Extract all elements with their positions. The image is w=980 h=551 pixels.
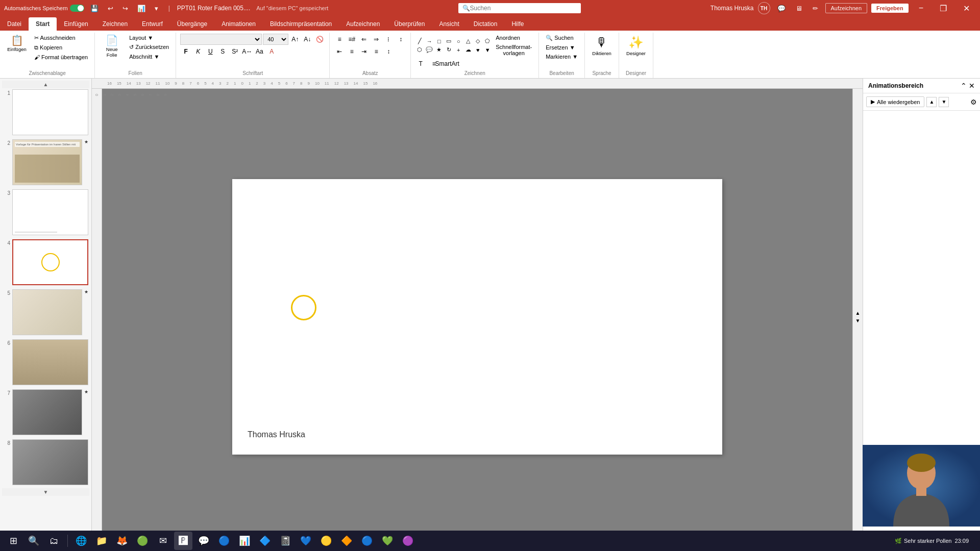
shape-arrow[interactable]: →	[425, 37, 434, 45]
font-size-selector[interactable]: 40	[263, 34, 288, 45]
explorer-button[interactable]: 📁	[92, 532, 111, 550]
strikethrough-button[interactable]: S	[217, 46, 228, 57]
taskbar-app4[interactable]: 💙	[297, 532, 315, 550]
shadow-button[interactable]: S²	[229, 46, 240, 57]
shape-cloud[interactable]: ☁	[463, 46, 473, 54]
save-button[interactable]: 💾	[87, 4, 102, 13]
present-button[interactable]: 🖥	[793, 4, 805, 13]
taskbar-app2[interactable]: 📊	[235, 532, 254, 550]
tab-zeichnen[interactable]: Zeichnen	[95, 17, 135, 31]
edge-button[interactable]: 🌐	[72, 532, 90, 550]
kopieren-button[interactable]: ⧉ Kopieren	[32, 43, 90, 52]
shape-hexagon[interactable]: ⬡	[415, 46, 424, 54]
designer-button[interactable]: ✨ Designer	[623, 34, 649, 58]
italic-button[interactable]: K	[192, 46, 204, 57]
columns-button[interactable]: ⫶	[383, 34, 394, 45]
decrease-indent-button[interactable]: ⇐	[358, 34, 370, 45]
record-button[interactable]: Aufzeichnen	[825, 3, 868, 13]
tab-ueberpruefen[interactable]: Überprüfen	[387, 17, 432, 31]
taskbar-app1[interactable]: 🔵	[215, 532, 233, 550]
textdirection-button[interactable]: ↕	[395, 34, 406, 45]
format-button[interactable]: 🖌 Format übertragen	[32, 53, 90, 61]
font-family-selector[interactable]	[180, 34, 262, 45]
slide-thumb-5[interactable]	[12, 289, 82, 335]
search-box[interactable]: 🔍	[458, 3, 581, 13]
presentation-button[interactable]: 📊	[134, 4, 149, 13]
taskbar-app7[interactable]: 🔵	[358, 532, 376, 550]
neue-folie-button[interactable]: 📄 NeueFolie	[99, 34, 125, 59]
tab-dictation[interactable]: Dictation	[467, 17, 505, 31]
close-button[interactable]: ✕	[957, 0, 976, 16]
chat-button[interactable]: 💬	[774, 4, 789, 13]
scroll-down-btn[interactable]: ▼	[854, 317, 862, 324]
shape-line[interactable]: ╱	[415, 37, 424, 45]
slide-thumb-2[interactable]: Vorlage für Präsentation im haren Stille…	[12, 139, 82, 185]
shape-pentagon[interactable]: ⬠	[483, 37, 492, 45]
increase-indent-button[interactable]: ⇒	[371, 34, 382, 45]
slide-scroll-down[interactable]: ▼	[2, 488, 89, 496]
tab-ansicht[interactable]: Ansicht	[432, 17, 466, 31]
restore-button[interactable]: ❐	[934, 0, 953, 16]
textbox-button[interactable]: T	[415, 58, 426, 69]
slide-thumb-7[interactable]	[12, 389, 82, 435]
play-all-button[interactable]: ▶ Alle wiedergeben	[866, 96, 924, 107]
anim-prev-button[interactable]: ▲	[926, 97, 937, 107]
taskbar-app3[interactable]: 🔷	[256, 532, 274, 550]
scroll-up-btn[interactable]: ▲	[854, 309, 862, 317]
slide-thumb-8[interactable]	[12, 439, 88, 485]
markieren-button[interactable]: Markieren ▼	[543, 53, 580, 61]
spacing-button[interactable]: A↔	[241, 46, 253, 57]
anim-close-button[interactable]: ✕	[969, 82, 975, 90]
powerpoint-taskbar-button[interactable]: 🅿	[174, 532, 192, 550]
bold-button[interactable]: F	[180, 46, 191, 57]
show-desktop-button[interactable]	[972, 532, 976, 550]
slide-item-8[interactable]: 8	[2, 438, 89, 486]
share-edit-button[interactable]: ✏	[810, 4, 821, 13]
zuruecksetzen-button[interactable]: ↺ Zurücksetzen	[127, 43, 172, 52]
tab-entwurf[interactable]: Entwurf	[135, 17, 170, 31]
align-center-button[interactable]: ≡	[346, 46, 357, 57]
bullet-list-button[interactable]: ≡	[334, 34, 345, 45]
search-taskbar-button[interactable]: 🔍	[24, 532, 43, 550]
tab-einfuegen[interactable]: Einfügen	[57, 17, 95, 31]
schnell-button[interactable]: Schnellformat-vorlagen	[493, 43, 534, 57]
abschnitt-button[interactable]: Abschnitt ▼	[127, 53, 172, 61]
anim-collapse-button[interactable]: ⌃	[961, 82, 967, 90]
smartart-button[interactable]: SmartArt	[442, 58, 453, 69]
shape-triangle[interactable]: △	[463, 37, 473, 45]
align-right-button[interactable]: ⇥	[358, 46, 370, 57]
start-button[interactable]: ⊞	[4, 532, 22, 550]
shape-curved-arrow[interactable]: ↻	[444, 46, 453, 54]
shape-rect[interactable]: □	[434, 37, 444, 45]
slide-thumb-1[interactable]	[12, 89, 88, 135]
numbered-list-button[interactable]: ≡#	[346, 34, 357, 45]
redo-button[interactable]: ↪	[119, 4, 131, 13]
case-button[interactable]: Aa	[254, 46, 265, 57]
ersetzen-button[interactable]: Ersetzen ▼	[543, 43, 580, 52]
slide-page[interactable]: Thomas Hruska	[232, 179, 722, 455]
shape-heart[interactable]: ♥	[473, 46, 482, 54]
slide-item-5[interactable]: 5 ★	[2, 288, 89, 336]
minimize-button[interactable]: −	[913, 0, 929, 16]
font-increase-button[interactable]: A↑	[289, 34, 301, 45]
chrome-button[interactable]: 🟢	[133, 532, 152, 550]
anordnen-button[interactable]: Anordnen	[493, 34, 534, 42]
slide-item-4[interactable]: 4	[2, 238, 89, 286]
ausschneiden-button[interactable]: ✂ Ausschneiden	[32, 34, 90, 42]
layout-button[interactable]: Layout ▼	[127, 34, 172, 42]
shape-more[interactable]: ▼	[483, 46, 492, 54]
shape-plus[interactable]: +	[454, 46, 463, 54]
align-left-button[interactable]: ⇤	[334, 46, 345, 57]
user-avatar[interactable]: TH	[758, 2, 770, 14]
slide-scroll-up[interactable]: ▲	[2, 81, 89, 88]
taskbar-app5[interactable]: 🟡	[317, 532, 335, 550]
clear-format-button[interactable]: 🚫	[314, 34, 325, 45]
font-decrease-button[interactable]: A↓	[302, 34, 313, 45]
tab-start[interactable]: Start	[29, 17, 57, 31]
tab-aufzeichnen[interactable]: Aufzeichnen	[339, 17, 387, 31]
taskbar-app8[interactable]: 💚	[378, 532, 397, 550]
justify-button[interactable]: ≡	[371, 46, 382, 57]
slide-item-6[interactable]: 6	[2, 338, 89, 386]
firefox-button[interactable]: 🦊	[113, 532, 131, 550]
taskview-button[interactable]: 🗂	[45, 532, 63, 550]
